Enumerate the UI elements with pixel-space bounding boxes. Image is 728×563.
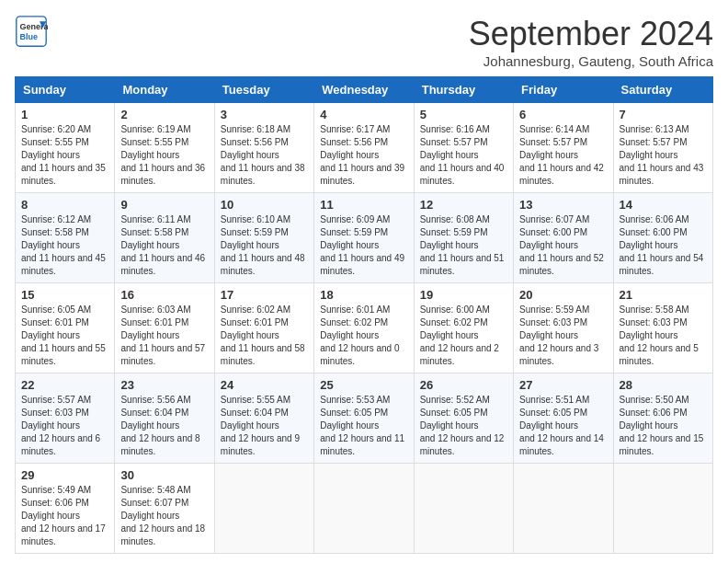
day-number: 6 bbox=[519, 108, 607, 121]
calendar-week-4: 22Sunrise: 5:57 AMSunset: 6:03 PMDayligh… bbox=[16, 373, 713, 464]
calendar-cell: 7Sunrise: 6:13 AMSunset: 5:57 PMDaylight… bbox=[613, 103, 712, 193]
day-number: 23 bbox=[120, 378, 208, 392]
calendar-cell: 3Sunrise: 6:18 AMSunset: 5:56 PMDaylight… bbox=[214, 103, 313, 193]
day-info: Sunrise: 6:00 AMSunset: 6:02 PMDaylight … bbox=[420, 304, 507, 368]
logo-icon: General Blue bbox=[15, 15, 48, 48]
day-number: 11 bbox=[320, 198, 407, 212]
day-number: 8 bbox=[21, 198, 108, 212]
day-number: 22 bbox=[21, 378, 108, 392]
day-number: 21 bbox=[620, 288, 707, 302]
calendar-cell: 6Sunrise: 6:14 AMSunset: 5:57 PMDaylight… bbox=[514, 103, 613, 193]
day-number: 9 bbox=[120, 198, 208, 212]
calendar-cell: 27Sunrise: 5:51 AMSunset: 6:05 PMDayligh… bbox=[514, 373, 613, 464]
calendar-cell: 22Sunrise: 5:57 AMSunset: 6:03 PMDayligh… bbox=[16, 373, 115, 464]
calendar-week-2: 8Sunrise: 6:12 AMSunset: 5:58 PMDaylight… bbox=[16, 193, 713, 283]
calendar-cell: 23Sunrise: 5:56 AMSunset: 6:04 PMDayligh… bbox=[115, 373, 214, 464]
calendar-cell: 4Sunrise: 6:17 AMSunset: 5:56 PMDaylight… bbox=[314, 103, 414, 193]
calendar-week-1: 1Sunrise: 6:20 AMSunset: 5:55 PMDaylight… bbox=[16, 103, 713, 193]
weekday-tuesday: Tuesday bbox=[214, 77, 313, 103]
day-number: 26 bbox=[420, 378, 507, 392]
day-number: 24 bbox=[221, 378, 308, 392]
day-number: 27 bbox=[519, 378, 607, 392]
day-info: Sunrise: 6:19 AMSunset: 5:55 PMDaylight … bbox=[120, 123, 208, 188]
day-number: 15 bbox=[21, 288, 108, 302]
day-info: Sunrise: 6:16 AMSunset: 5:57 PMDaylight … bbox=[420, 123, 507, 188]
calendar-cell: 15Sunrise: 6:05 AMSunset: 6:01 PMDayligh… bbox=[16, 283, 115, 373]
calendar-cell: 8Sunrise: 6:12 AMSunset: 5:58 PMDaylight… bbox=[16, 193, 115, 283]
weekday-thursday: Thursday bbox=[414, 77, 513, 103]
calendar-cell: 10Sunrise: 6:10 AMSunset: 5:59 PMDayligh… bbox=[214, 193, 313, 283]
calendar-cell: 17Sunrise: 6:02 AMSunset: 6:01 PMDayligh… bbox=[214, 283, 313, 373]
day-info: Sunrise: 6:06 AMSunset: 6:00 PMDaylight … bbox=[620, 213, 707, 278]
calendar-cell: 11Sunrise: 6:09 AMSunset: 5:59 PMDayligh… bbox=[314, 193, 414, 283]
calendar-cell bbox=[314, 464, 414, 554]
day-info: Sunrise: 5:55 AMSunset: 6:04 PMDaylight … bbox=[221, 394, 308, 458]
weekday-friday: Friday bbox=[514, 77, 613, 103]
day-info: Sunrise: 5:59 AMSunset: 6:03 PMDaylight … bbox=[519, 304, 607, 368]
location: Johannesburg, Gauteng, South Africa bbox=[469, 53, 713, 69]
day-info: Sunrise: 6:05 AMSunset: 6:01 PMDaylight … bbox=[21, 304, 108, 368]
calendar-cell: 25Sunrise: 5:53 AMSunset: 6:05 PMDayligh… bbox=[314, 373, 414, 464]
calendar-cell: 26Sunrise: 5:52 AMSunset: 6:05 PMDayligh… bbox=[414, 373, 513, 464]
day-info: Sunrise: 5:53 AMSunset: 6:05 PMDaylight … bbox=[320, 394, 407, 458]
weekday-wednesday: Wednesday bbox=[314, 77, 414, 103]
calendar-cell: 21Sunrise: 5:58 AMSunset: 6:03 PMDayligh… bbox=[613, 283, 712, 373]
day-number: 29 bbox=[21, 468, 108, 482]
day-number: 4 bbox=[320, 108, 407, 121]
calendar-week-5: 29Sunrise: 5:49 AMSunset: 6:06 PMDayligh… bbox=[16, 464, 713, 554]
day-info: Sunrise: 5:50 AMSunset: 6:06 PMDaylight … bbox=[620, 394, 707, 458]
day-number: 2 bbox=[120, 108, 208, 121]
logo: General Blue bbox=[15, 15, 48, 48]
day-info: Sunrise: 6:18 AMSunset: 5:56 PMDaylight … bbox=[221, 123, 308, 188]
calendar-cell: 13Sunrise: 6:07 AMSunset: 6:00 PMDayligh… bbox=[514, 193, 613, 283]
day-info: Sunrise: 6:12 AMSunset: 5:58 PMDaylight … bbox=[21, 213, 108, 278]
calendar-cell: 29Sunrise: 5:49 AMSunset: 6:06 PMDayligh… bbox=[16, 464, 115, 554]
calendar-cell: 16Sunrise: 6:03 AMSunset: 6:01 PMDayligh… bbox=[115, 283, 214, 373]
day-number: 14 bbox=[620, 198, 707, 212]
calendar-cell: 28Sunrise: 5:50 AMSunset: 6:06 PMDayligh… bbox=[613, 373, 712, 464]
day-number: 1 bbox=[21, 108, 108, 121]
day-info: Sunrise: 5:56 AMSunset: 6:04 PMDaylight … bbox=[120, 394, 208, 458]
calendar-cell: 5Sunrise: 6:16 AMSunset: 5:57 PMDaylight… bbox=[414, 103, 513, 193]
title-block: September 2024 Johannesburg, Gauteng, So… bbox=[469, 15, 713, 69]
day-info: Sunrise: 6:02 AMSunset: 6:01 PMDaylight … bbox=[221, 304, 308, 368]
day-info: Sunrise: 6:03 AMSunset: 6:01 PMDaylight … bbox=[120, 304, 208, 368]
calendar-week-3: 15Sunrise: 6:05 AMSunset: 6:01 PMDayligh… bbox=[16, 283, 713, 373]
day-number: 16 bbox=[120, 288, 208, 302]
calendar-cell: 9Sunrise: 6:11 AMSunset: 5:58 PMDaylight… bbox=[115, 193, 214, 283]
day-number: 17 bbox=[221, 288, 308, 302]
calendar-cell: 1Sunrise: 6:20 AMSunset: 5:55 PMDaylight… bbox=[16, 103, 115, 193]
day-number: 30 bbox=[120, 468, 208, 482]
calendar-cell: 18Sunrise: 6:01 AMSunset: 6:02 PMDayligh… bbox=[314, 283, 414, 373]
day-number: 3 bbox=[221, 108, 308, 121]
day-number: 28 bbox=[620, 378, 707, 392]
weekday-monday: Monday bbox=[115, 77, 214, 103]
calendar-cell: 30Sunrise: 5:48 AMSunset: 6:07 PMDayligh… bbox=[115, 464, 214, 554]
day-info: Sunrise: 5:51 AMSunset: 6:05 PMDaylight … bbox=[519, 394, 607, 458]
weekday-saturday: Saturday bbox=[613, 77, 712, 103]
calendar-cell bbox=[414, 464, 513, 554]
calendar-cell: 14Sunrise: 6:06 AMSunset: 6:00 PMDayligh… bbox=[613, 193, 712, 283]
day-info: Sunrise: 6:07 AMSunset: 6:00 PMDaylight … bbox=[519, 213, 607, 278]
weekday-header-row: SundayMondayTuesdayWednesdayThursdayFrid… bbox=[16, 77, 713, 103]
day-info: Sunrise: 6:09 AMSunset: 5:59 PMDaylight … bbox=[320, 213, 407, 278]
day-info: Sunrise: 5:52 AMSunset: 6:05 PMDaylight … bbox=[420, 394, 507, 458]
svg-text:Blue: Blue bbox=[19, 32, 38, 41]
day-info: Sunrise: 6:20 AMSunset: 5:55 PMDaylight … bbox=[21, 123, 108, 188]
day-info: Sunrise: 6:17 AMSunset: 5:56 PMDaylight … bbox=[320, 123, 407, 188]
day-info: Sunrise: 5:49 AMSunset: 6:06 PMDaylight … bbox=[21, 484, 108, 548]
day-info: Sunrise: 6:08 AMSunset: 5:59 PMDaylight … bbox=[420, 213, 507, 278]
day-number: 12 bbox=[420, 198, 507, 212]
day-info: Sunrise: 6:13 AMSunset: 5:57 PMDaylight … bbox=[620, 123, 707, 188]
calendar-cell: 20Sunrise: 5:59 AMSunset: 6:03 PMDayligh… bbox=[514, 283, 613, 373]
weekday-sunday: Sunday bbox=[16, 77, 115, 103]
calendar-cell: 2Sunrise: 6:19 AMSunset: 5:55 PMDaylight… bbox=[115, 103, 214, 193]
day-number: 13 bbox=[519, 198, 607, 212]
day-number: 7 bbox=[620, 108, 707, 121]
day-info: Sunrise: 5:58 AMSunset: 6:03 PMDaylight … bbox=[620, 304, 707, 368]
calendar-cell: 12Sunrise: 6:08 AMSunset: 5:59 PMDayligh… bbox=[414, 193, 513, 283]
calendar-cell: 24Sunrise: 5:55 AMSunset: 6:04 PMDayligh… bbox=[214, 373, 313, 464]
calendar-cell bbox=[214, 464, 313, 554]
day-number: 25 bbox=[320, 378, 407, 392]
day-info: Sunrise: 6:01 AMSunset: 6:02 PMDaylight … bbox=[320, 304, 407, 368]
